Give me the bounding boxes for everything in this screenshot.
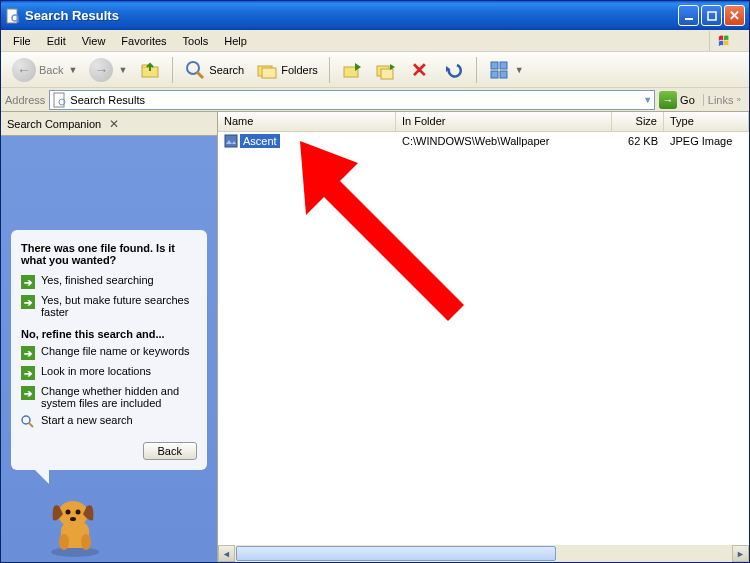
svg-rect-15 (491, 71, 498, 78)
menu-edit[interactable]: Edit (39, 33, 74, 49)
windows-logo-icon (709, 31, 745, 51)
svg-line-7 (197, 72, 203, 78)
go-button[interactable]: →Go (659, 91, 695, 109)
main-area: Search Companion ✕ There was one file fo… (1, 112, 749, 562)
svg-rect-16 (500, 71, 507, 78)
file-size: 62 KB (612, 135, 664, 147)
forward-button[interactable]: →▼ (84, 56, 132, 84)
delete-button[interactable]: ✕ (404, 56, 436, 84)
maximize-button[interactable] (701, 5, 722, 26)
search-results-icon (5, 8, 21, 24)
back-button[interactable]: ←Back▼ (7, 56, 82, 84)
undo-button[interactable] (438, 56, 470, 84)
svg-rect-9 (262, 68, 276, 78)
opt-change-name[interactable]: ➔Change file name or keywords (21, 345, 197, 360)
svg-point-23 (66, 510, 71, 515)
opt-hidden-files-label: Change whether hidden and system files a… (41, 385, 197, 409)
toolbar: ←Back▼ →▼ Search Folders ✕ ▼ (1, 52, 749, 88)
companion-balloon: There was one file found. Is it what you… (11, 230, 207, 470)
svg-rect-28 (225, 135, 237, 147)
arrow-icon: ➔ (21, 295, 35, 309)
col-type[interactable]: Type (664, 112, 749, 131)
col-name[interactable]: Name (218, 112, 396, 131)
svg-point-27 (81, 534, 91, 550)
back-dropdown-icon[interactable]: ▼ (68, 65, 77, 75)
svg-point-25 (70, 517, 76, 521)
col-folder[interactable]: In Folder (396, 112, 612, 131)
horizontal-scrollbar[interactable]: ◄ ► (218, 545, 749, 562)
opt-more-locations[interactable]: ➔Look in more locations (21, 365, 197, 380)
title-bar: Search Results ✕ (1, 1, 749, 30)
folders-button[interactable]: Folders (251, 56, 323, 84)
svg-rect-13 (491, 62, 498, 69)
results-list[interactable]: Ascent C:\WINDOWS\Web\Wallpaper 62 KB JP… (218, 132, 749, 545)
address-value: Search Results (68, 94, 641, 106)
companion-close-icon[interactable]: ✕ (109, 117, 211, 131)
search-label: Search (209, 64, 244, 76)
opt-change-name-label: Change file name or keywords (41, 345, 190, 357)
file-row[interactable]: Ascent C:\WINDOWS\Web\Wallpaper 62 KB JP… (218, 132, 749, 149)
search-button[interactable]: Search (179, 56, 249, 84)
opt-yes-faster[interactable]: ➔Yes, but make future searches faster (21, 294, 197, 318)
svg-point-21 (51, 547, 99, 557)
scroll-thumb[interactable] (236, 546, 556, 561)
address-bar: Address Search Results ▼ →Go Links » (1, 88, 749, 112)
jpeg-file-icon (224, 134, 238, 148)
scroll-right-icon[interactable]: ► (732, 545, 749, 562)
svg-rect-3 (685, 18, 693, 20)
file-name: Ascent (240, 134, 280, 148)
window-title: Search Results (25, 8, 676, 23)
result-headline: There was one file found. Is it what you… (21, 242, 197, 266)
opt-yes-done-label: Yes, finished searching (41, 274, 154, 286)
menu-favorites[interactable]: Favorites (113, 33, 174, 49)
menu-tools[interactable]: Tools (175, 33, 217, 49)
move-to-button[interactable] (336, 56, 368, 84)
svg-rect-14 (500, 62, 507, 69)
views-dropdown-icon[interactable]: ▼ (515, 65, 524, 75)
companion-header: Search Companion ✕ (1, 112, 217, 136)
address-dropdown-icon[interactable]: ▼ (643, 95, 652, 105)
svg-point-24 (76, 510, 81, 515)
scroll-left-icon[interactable]: ◄ (218, 545, 235, 562)
opt-new-search[interactable]: Start a new search (21, 414, 197, 429)
arrow-icon: ➔ (21, 275, 35, 289)
toolbar-separator (476, 57, 477, 83)
address-field[interactable]: Search Results ▼ (49, 90, 655, 110)
companion-body: There was one file found. Is it what you… (1, 136, 217, 562)
forward-dropdown-icon[interactable]: ▼ (118, 65, 127, 75)
opt-yes-done[interactable]: ➔Yes, finished searching (21, 274, 197, 289)
refine-heading: No, refine this search and... (21, 328, 197, 340)
address-icon (52, 92, 68, 108)
close-button[interactable]: ✕ (724, 5, 745, 26)
companion-title: Search Companion (7, 118, 109, 130)
views-button[interactable]: ▼ (483, 56, 529, 84)
go-icon: → (659, 91, 677, 109)
svg-point-26 (59, 534, 69, 550)
menu-bar: File Edit View Favorites Tools Help (1, 30, 749, 52)
opt-more-locations-label: Look in more locations (41, 365, 151, 377)
arrow-icon: ➔ (21, 346, 35, 360)
minimize-button[interactable] (678, 5, 699, 26)
svg-rect-12 (381, 69, 393, 79)
copy-to-button[interactable] (370, 56, 402, 84)
col-size[interactable]: Size (612, 112, 664, 131)
back-label: Back (39, 64, 63, 76)
up-button[interactable] (134, 56, 166, 84)
results-list-pane: Name In Folder Size Type Ascent C:\WINDO… (217, 112, 749, 562)
arrow-icon: ➔ (21, 366, 35, 380)
toolbar-separator (329, 57, 330, 83)
companion-back-button[interactable]: Back (143, 442, 197, 460)
opt-new-search-label: Start a new search (41, 414, 133, 426)
links-toolbar[interactable]: Links » (703, 94, 745, 106)
opt-hidden-files[interactable]: ➔Change whether hidden and system files … (21, 385, 197, 409)
opt-yes-faster-label: Yes, but make future searches faster (41, 294, 197, 318)
search-companion-pane: Search Companion ✕ There was one file fo… (1, 112, 217, 562)
menu-file[interactable]: File (5, 33, 39, 49)
rover-dog-icon[interactable] (39, 494, 111, 558)
magnifier-icon (21, 415, 35, 429)
svg-line-20 (29, 423, 33, 427)
file-folder: C:\WINDOWS\Web\Wallpaper (396, 135, 612, 147)
links-label: Links (708, 94, 734, 106)
menu-help[interactable]: Help (216, 33, 255, 49)
menu-view[interactable]: View (74, 33, 114, 49)
